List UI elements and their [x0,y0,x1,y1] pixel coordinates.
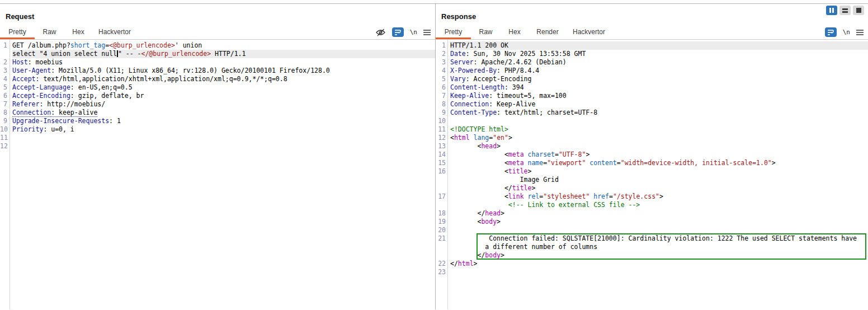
line-number: 14 [436,151,446,159]
line-number: 11 [436,125,446,134]
top-strip [0,0,868,4]
line-number: 17 [436,192,446,201]
code-line: Image Grid [436,176,868,184]
line-number: 22 [436,260,446,268]
layout-stacked-button[interactable] [839,6,851,15]
pause-icon [832,8,834,13]
editor-menu-icon[interactable] [423,30,431,35]
response-tab-raw[interactable]: Raw [471,27,501,39]
layout-buttons [826,6,864,15]
code-line: 1HTTP/1.1 200 OK [436,41,868,50]
code-line: 15 <meta name="viewport" content="width=… [436,159,868,167]
response-panel-title: Response [441,12,868,21]
code-line[interactable]: 4Accept: text/html,application/xhtml+xml… [0,75,435,83]
code-line: 7Keep-Alive: timeout=5, max=100 [436,92,868,100]
layout-single-button[interactable] [853,6,864,15]
line-number: 12 [436,134,446,142]
show-newlines-icon[interactable]: \n [843,29,850,36]
code-line[interactable]: 3User-Agent: Mozilla/5.0 (X11; Linux x86… [0,67,435,75]
line-number: 7 [436,92,446,100]
code-line[interactable]: 2Host: moebius [0,58,435,67]
request-editor-toolbar: \n [375,27,435,39]
rows-icon [842,8,848,13]
response-tab-pretty[interactable]: Pretty [436,27,471,39]
request-panel-title: Request [6,12,435,21]
word-wrap-icon[interactable] [392,27,404,37]
line-number: 10 [0,125,7,134]
code-line: 21 Connection failed: SQLSTATE[21000]: C… [436,234,868,243]
response-tab-hackvertor[interactable]: Hackvertor [567,27,611,39]
code-line[interactable]: 11 [0,134,435,142]
code-line[interactable]: 9Upgrade-Insecure-Requests: 1 [0,117,435,125]
code-line: 2Date: Sun, 30 Nov 2025 13:53:58 GMT [436,50,868,58]
line-number: 4 [436,67,446,75]
line-number: 16 [436,167,446,176]
code-line[interactable]: 8Connection: keep-alive [0,109,435,117]
code-line: 18 </head> [436,209,868,218]
line-number: 20 [436,226,446,234]
line-number: 7 [0,100,7,109]
code-line: 17 <link rel="stylesheet" href="/style.c… [436,192,868,201]
line-number: 9 [0,117,7,125]
line-number: 10 [436,117,446,125]
request-panel: Request Pretty Raw Hex Hackvertor [0,4,436,309]
line-number: 5 [436,75,446,83]
line-number: 1 [436,41,446,50]
response-tab-render[interactable]: Render [529,27,567,39]
request-tab-hackvertor[interactable]: Hackvertor [92,27,137,39]
response-tab-hex[interactable]: Hex [501,27,529,39]
code-line: 4X-Powered-By: PHP/8.4.4 [436,67,868,75]
request-editor[interactable]: 1GET /album.php?short_tag=<@burp_urlenco… [0,40,435,309]
code-line: </body> [436,251,868,260]
code-line: </title> [436,184,868,192]
code-line[interactable]: 7Referer: http://moebius/ [0,100,435,109]
line-number: 13 [436,142,446,151]
line-number: 12 [0,142,7,151]
line-number: 9 [436,109,446,117]
request-tab-raw[interactable]: Raw [35,27,64,39]
code-line: 16 <title> [436,167,868,176]
line-number: 11 [0,134,7,142]
request-tab-hex[interactable]: Hex [64,27,92,39]
word-wrap-icon[interactable] [825,27,837,37]
code-line: <!-- Link to external CSS file --> [436,201,868,209]
square-icon [856,8,861,13]
editor-menu-icon[interactable] [856,30,864,35]
pause-icon [829,8,831,13]
code-line: 19 <body> [436,218,868,226]
show-newlines-icon[interactable]: \n [410,29,417,36]
code-line[interactable]: 12 [0,142,435,151]
line-number: 3 [0,67,7,75]
line-number: 2 [436,50,446,58]
hide-nonprinting-icon[interactable] [375,29,386,36]
code-line[interactable]: 6Accept-Encoding: gzip, deflate, br [0,92,435,100]
code-line[interactable]: 5Accept-Language: en-US,en;q=0.5 [0,83,435,92]
line-number: 5 [0,83,7,92]
line-number: 2 [0,58,7,67]
code-line: 6Content-Length: 394 [436,83,868,92]
code-line[interactable]: select "4 union select null" -- -</@burp… [0,50,435,58]
code-line[interactable]: 1GET /album.php?short_tag=<@burp_urlenco… [0,41,435,50]
code-line: 11<!DOCTYPE html> [436,125,868,134]
response-panel: Response Pretty Raw Hex Render Hackverto… [436,4,868,309]
line-number: 18 [436,209,446,218]
line-number: 6 [436,83,446,92]
response-editor[interactable]: 1HTTP/1.1 200 OK2Date: Sun, 30 Nov 2025 … [436,40,868,309]
line-number: 23 [436,268,446,276]
request-tab-pretty[interactable]: Pretty [0,27,35,39]
line-number: 19 [436,218,446,226]
code-line: 8Connection: Keep-Alive [436,100,868,109]
code-line[interactable]: 10Priority: u=0, i [0,125,435,134]
code-line: 10 [436,117,868,125]
code-line: 13 <head> [436,142,868,151]
response-tabbar: Pretty Raw Hex Render Hackvertor \n [436,27,868,40]
layout-side-by-side-button[interactable] [826,6,837,15]
line-number: 15 [436,159,446,167]
code-line: 23 [436,268,868,276]
line-number: 4 [0,75,7,83]
line-number: 8 [0,109,7,117]
line-number: 21 [436,234,446,243]
line-number: 3 [436,58,446,67]
code-line: 9Content-Type: text/html; charset=UTF-8 [436,109,868,117]
response-editor-toolbar: \n [825,27,868,39]
